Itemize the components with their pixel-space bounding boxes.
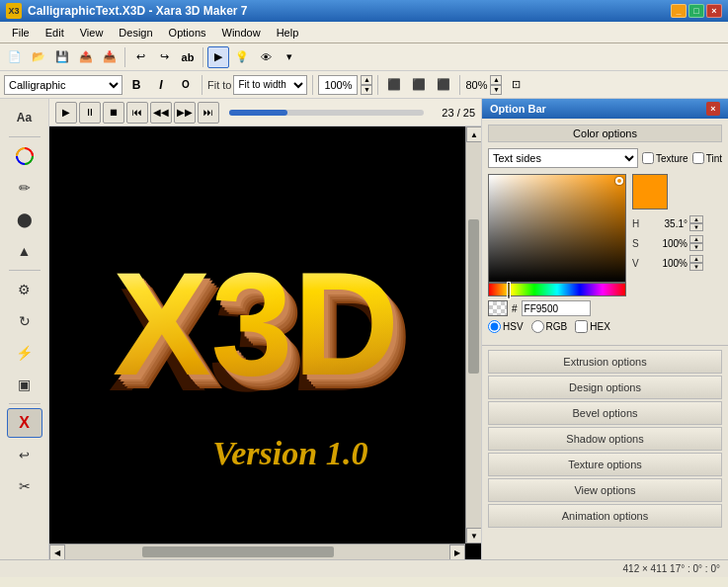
outline-button[interactable]: O (175, 74, 197, 96)
zoom-input[interactable] (318, 75, 358, 95)
shadow-options-button[interactable]: Shadow options (488, 427, 722, 451)
color-picker: # HSV RGB HEX (488, 174, 722, 333)
design-options-button[interactable]: Design options (488, 376, 722, 399)
val-up[interactable]: ▲ (689, 255, 703, 263)
text-button[interactable]: ab (177, 46, 199, 68)
rgb-radio-option[interactable]: RGB (531, 320, 568, 333)
fit-page-button[interactable]: ⊡ (505, 74, 526, 96)
bold-button[interactable]: B (125, 74, 147, 96)
val-down[interactable]: ▼ (689, 263, 703, 271)
scroll-down-button[interactable]: ▼ (466, 528, 481, 544)
menu-help[interactable]: Help (269, 25, 307, 41)
view-button[interactable]: 👁 (255, 46, 277, 68)
color-tool[interactable] (7, 141, 42, 171)
undo-tool[interactable]: ↩ (7, 440, 42, 469)
minimize-button[interactable]: _ (671, 4, 687, 18)
transparent-swatch[interactable] (488, 300, 508, 316)
save-button[interactable]: 💾 (51, 46, 73, 68)
vertical-scrollbar[interactable]: ▲ ▼ (465, 126, 481, 544)
panel-close-button[interactable]: × (706, 102, 720, 116)
scroll-thumb-v[interactable] (468, 219, 479, 374)
draw-tool[interactable]: ✏ (7, 173, 42, 203)
scroll-thumb-h[interactable] (142, 546, 335, 557)
light-tool[interactable]: ⚡ (7, 338, 42, 368)
timeline[interactable] (229, 110, 424, 116)
stop-button[interactable]: ⏹ (103, 102, 124, 124)
texture-checkbox[interactable] (642, 152, 654, 164)
text-tool[interactable]: Aa (7, 103, 42, 132)
horizontal-scrollbar[interactable]: ◀ ▶ (49, 544, 465, 559)
scale-down[interactable]: ▼ (490, 85, 502, 95)
scroll-up-button[interactable]: ▲ (466, 126, 481, 142)
texture-options-button[interactable]: Texture options (488, 453, 722, 476)
zoom-up[interactable]: ▲ (361, 75, 372, 85)
shape-tool[interactable]: ⬤ (7, 205, 42, 234)
align-right-button[interactable]: ⬛ (433, 74, 454, 96)
more-button[interactable]: ▾ (279, 46, 300, 68)
box-tool[interactable]: ▣ (7, 370, 42, 399)
import-button[interactable]: 📥 (99, 46, 121, 68)
gradient-indicator[interactable] (615, 177, 623, 185)
rotate-tool[interactable]: ↻ (7, 306, 42, 336)
zoom-arrows[interactable]: ▲ ▼ (361, 75, 372, 95)
menu-view[interactable]: View (72, 25, 112, 41)
open-button[interactable]: 📂 (28, 46, 49, 68)
sat-arrows[interactable]: ▲ ▼ (689, 235, 703, 251)
next-end-button[interactable]: ⏭ (198, 102, 219, 124)
hex-input[interactable] (522, 300, 591, 316)
align-center-button[interactable]: ⬛ (408, 74, 430, 96)
menu-window[interactable]: Window (214, 25, 269, 41)
x-tool[interactable]: X (7, 408, 42, 438)
view-options-button[interactable]: View options (488, 478, 722, 502)
rgb-radio[interactable] (531, 320, 544, 333)
pause-button[interactable]: ⏸ (79, 102, 101, 124)
val-arrows[interactable]: ▲ ▼ (689, 255, 703, 271)
close-button[interactable]: × (706, 4, 722, 18)
prev-button[interactable]: ◀◀ (150, 102, 172, 124)
canvas-background[interactable]: X3D X3D X3D X3D X3D X3D X3D X3D Version … (49, 126, 481, 559)
sat-up[interactable]: ▲ (689, 235, 703, 243)
zoom-down[interactable]: ▼ (361, 85, 372, 95)
fit-dropdown[interactable]: Fit to width Fit to page Fit to height (233, 75, 307, 95)
maximize-button[interactable]: □ (688, 4, 704, 18)
hue-bar[interactable] (488, 283, 626, 296)
scroll-right-button[interactable]: ▶ (449, 545, 465, 559)
new-button[interactable]: 📄 (4, 46, 26, 68)
bevel-options-button[interactable]: Bevel options (488, 401, 722, 425)
menu-file[interactable]: File (4, 25, 38, 41)
italic-button[interactable]: I (150, 74, 172, 96)
sides-selector[interactable]: Text sides Text face Bevel (488, 148, 638, 168)
prev-end-button[interactable]: ⏮ (126, 102, 148, 124)
animate-button[interactable]: ▶ (207, 46, 229, 68)
hsv-radio-option[interactable]: HSV (488, 320, 524, 333)
menu-edit[interactable]: Edit (38, 25, 72, 41)
menu-options[interactable]: Options (161, 25, 214, 41)
extrusion-options-button[interactable]: Extrusion options (488, 350, 722, 374)
sat-down[interactable]: ▼ (689, 243, 703, 251)
scale-arrows[interactable]: ▲ ▼ (490, 75, 502, 95)
font-selector[interactable]: Calligraphic (4, 75, 122, 95)
menu-design[interactable]: Design (111, 25, 160, 41)
hue-down[interactable]: ▼ (689, 223, 703, 231)
export-button[interactable]: 📤 (75, 46, 97, 68)
animation-options-button[interactable]: Animation options (488, 504, 722, 528)
play-button[interactable]: ▶ (55, 102, 77, 124)
scroll-left-button[interactable]: ◀ (49, 545, 65, 559)
color-gradient-box[interactable] (488, 174, 626, 283)
cut-tool[interactable]: ✂ (7, 471, 42, 501)
scale-up[interactable]: ▲ (490, 75, 502, 85)
align-left-button[interactable]: ⬛ (383, 74, 405, 96)
hsv-radio[interactable] (488, 320, 501, 333)
tint-checkbox[interactable] (692, 152, 704, 164)
undo-button[interactable]: ↩ (129, 46, 151, 68)
separator-6 (459, 75, 460, 95)
arrow-tool[interactable]: ▲ (7, 236, 42, 266)
next-button[interactable]: ▶▶ (174, 102, 196, 124)
gear-tool[interactable]: ⚙ (7, 275, 42, 304)
hex-check[interactable] (575, 320, 588, 333)
hue-arrows[interactable]: ▲ ▼ (689, 215, 703, 231)
light-button[interactable]: 💡 (231, 46, 253, 68)
color-preview-swatch[interactable] (632, 174, 668, 210)
redo-button[interactable]: ↪ (153, 46, 175, 68)
hue-up[interactable]: ▲ (689, 215, 703, 223)
